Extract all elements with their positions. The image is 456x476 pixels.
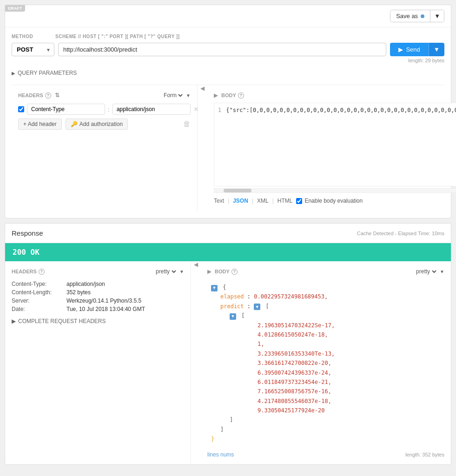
complete-request-arrow-icon: ▶ <box>12 318 16 324</box>
body-scrollbar[interactable] <box>214 188 456 193</box>
save-as-dot-icon <box>421 14 424 18</box>
add-auth-label: Add authorization <box>79 121 123 127</box>
json-root-collapse[interactable]: ▼ <box>211 285 218 291</box>
save-as-label: Save as <box>396 13 418 20</box>
json-root-close: } <box>211 434 441 443</box>
json-predict-key: predict <box>220 303 244 310</box>
json-outer-bracket: [ <box>266 303 269 310</box>
resp-headers-pretty-select[interactable]: pretty raw <box>154 268 178 275</box>
query-params-arrow-icon: ▶ <box>12 71 15 76</box>
json-open-brace: { <box>223 284 226 291</box>
format-dropdown-icon: ▼ <box>186 93 191 98</box>
body-expand-arrow[interactable]: ▶ <box>214 93 218 99</box>
resp-body-pretty-select[interactable]: pretty raw <box>414 268 438 275</box>
save-as-main-button[interactable]: Save as <box>390 10 430 22</box>
header-key-input[interactable] <box>27 104 105 115</box>
draft-badge: DRAFT <box>5 5 25 12</box>
send-label: Send <box>406 46 420 53</box>
response-body-area: HEADERS ? pretty raw ▼ Content-Type: app… <box>5 261 451 464</box>
header-actions: + Add header 🔑 Add authorization 🗑 <box>18 119 191 130</box>
resp-header-key: Content-Type: <box>12 281 63 287</box>
headers-sort-icon[interactable]: ⇅ <box>55 92 59 99</box>
headers-label: HEADERS <box>18 93 43 98</box>
resp-headers-label: HEADERS <box>12 269 37 274</box>
resp-body-footer: lines nums length: 352 bytes <box>207 451 444 458</box>
url-input[interactable] <box>58 43 386 56</box>
resp-header-val: Tue, 10 Jul 2018 13:04:40 GMT <box>66 306 145 312</box>
enable-body-eval-checkbox-label[interactable]: Enable body evaluation <box>296 198 363 204</box>
response-body-panel: ▶ BODY ? pretty raw ▼ ▼ { <box>201 261 451 464</box>
resp-header-server: Server: Werkzeug/0.14.1 Python/3.5.5 <box>12 298 184 304</box>
resp-body-info-icon[interactable]: ? <box>231 269 238 275</box>
header-bulk-delete-icon[interactable]: 🗑 <box>183 120 191 128</box>
json-elapsed-val: 0.0022957324981689453, <box>254 293 328 300</box>
header-value-input[interactable] <box>112 104 191 115</box>
json-val-3: 1, <box>258 339 441 349</box>
json-elapsed-row: elapsed : 0.0022957324981689453, <box>211 292 441 301</box>
method-wrapper: POST GET PUT DELETE PATCH ▼ <box>12 43 54 56</box>
json-val-4: 3.233965016353340Te-13, <box>258 349 441 358</box>
send-dropdown-button[interactable]: ▼ <box>429 43 444 56</box>
send-button-group: ▶ Send ▼ <box>390 43 444 56</box>
query-params-label: QUERY PARAMETERS <box>18 70 77 76</box>
response-header-bar: Response Cache Detected - Elapsed Time: … <box>5 224 451 243</box>
body-tab-html[interactable]: HTML <box>278 197 293 205</box>
complete-request-toggle[interactable]: ▶ COMPLETE REQUEST HEADERS <box>12 318 184 324</box>
json-val-6: 6.395007424396337e-24, <box>258 368 441 377</box>
resp-header-key: Content-Length: <box>12 289 63 296</box>
url-scheme-label: SCHEME // HOST [ ":" PORT ][ PATH [ "?" … <box>55 34 444 39</box>
query-params-toggle[interactable]: ▶ QUERY PARAMETERS <box>12 68 444 78</box>
body-panel: ▶ BODY ? Text JSON XML HTML ▼ <box>207 85 456 212</box>
save-as-dropdown-button[interactable]: ▼ <box>430 10 444 22</box>
method-label: METHOD <box>12 34 49 39</box>
save-as-button-group: Save as ▼ <box>390 10 444 22</box>
response-headers-list: Content-Type: application/json Content-L… <box>12 281 184 312</box>
enable-body-eval-checkbox[interactable] <box>296 198 302 204</box>
resp-header-val: Werkzeug/0.14.1 Python/3.5.5 <box>66 298 141 304</box>
header-row: : ✕ <box>18 104 191 115</box>
line-numbers: 1 <box>218 107 226 182</box>
json-val-1: 2.196305147032422Se-17, <box>258 321 441 330</box>
cache-info: Cache Detected - Elapsed Time: 10ms <box>357 231 444 236</box>
json-inner-array-row: ▼ [ <box>230 311 441 320</box>
left-col-collapse-button[interactable]: ◀ <box>198 85 207 212</box>
body-tab-text[interactable]: Text <box>214 197 224 205</box>
body-code-area[interactable]: 1 {"src":[0,0,0,0,0,0,0,0,0,0,0,0,0,0,0,… <box>214 103 456 186</box>
resp-body-length: length: 352 bytes <box>405 452 444 457</box>
body-format-tabs: Text | JSON | XML | HTML Enable body eva… <box>214 197 363 205</box>
json-inner-close-bracket: ] <box>230 415 441 424</box>
resp-headers-info-icon[interactable]: ? <box>39 269 45 275</box>
json-inner-collapse[interactable]: ▼ <box>230 313 236 320</box>
add-auth-button[interactable]: 🔑 Add authorization <box>66 119 128 130</box>
method-select[interactable]: POST GET PUT DELETE PATCH <box>12 43 54 56</box>
response-title: Response <box>12 229 43 237</box>
body-info-icon[interactable]: ? <box>238 93 244 99</box>
body-footer: Text | JSON | XML | HTML Enable body eva… <box>214 197 456 205</box>
json-val-2: 4.01286615050247e-18, <box>258 330 441 339</box>
resp-body-expand-arrow[interactable]: ▶ <box>207 269 211 275</box>
url-length: length: 29 bytes <box>12 58 444 63</box>
json-predict-collapse[interactable]: ▼ <box>254 304 260 310</box>
json-elapsed-key: elapsed <box>220 293 244 300</box>
json-val-9: 4.217480855546037e-18, <box>258 397 441 406</box>
headers-format-select[interactable]: Form Raw <box>162 92 184 99</box>
json-outer-close-bracket: ] <box>211 425 441 434</box>
json-array-values: 2.196305147032422Se-17, 4.01286615050247… <box>230 321 441 416</box>
add-header-button[interactable]: + Add header <box>18 119 62 130</box>
header-checkbox[interactable] <box>18 106 24 112</box>
resp-header-content-length: Content-Length: 352 bytes <box>12 289 184 296</box>
json-viewer: ▼ { elapsed : 0.0022957324981689453, pre… <box>207 279 444 448</box>
send-main-button[interactable]: ▶ Send <box>390 43 428 56</box>
header-separator: : <box>108 106 110 113</box>
resp-header-date: Date: Tue, 10 Jul 2018 13:04:40 GMT <box>12 306 184 312</box>
resp-header-val: 352 bytes <box>66 289 91 296</box>
json-root-open: ▼ { <box>211 283 441 292</box>
json-colon: : <box>247 293 254 300</box>
headers-info-icon[interactable]: ? <box>45 93 51 99</box>
lines-nums-link[interactable]: lines nums <box>207 451 234 458</box>
body-tab-json[interactable]: JSON <box>233 197 248 205</box>
resp-header-key: Server: <box>12 298 63 304</box>
resp-body-label: BODY <box>215 269 230 274</box>
body-tab-xml[interactable]: XML <box>257 197 269 205</box>
response-col-collapse-button[interactable]: ◀ <box>191 261 201 464</box>
